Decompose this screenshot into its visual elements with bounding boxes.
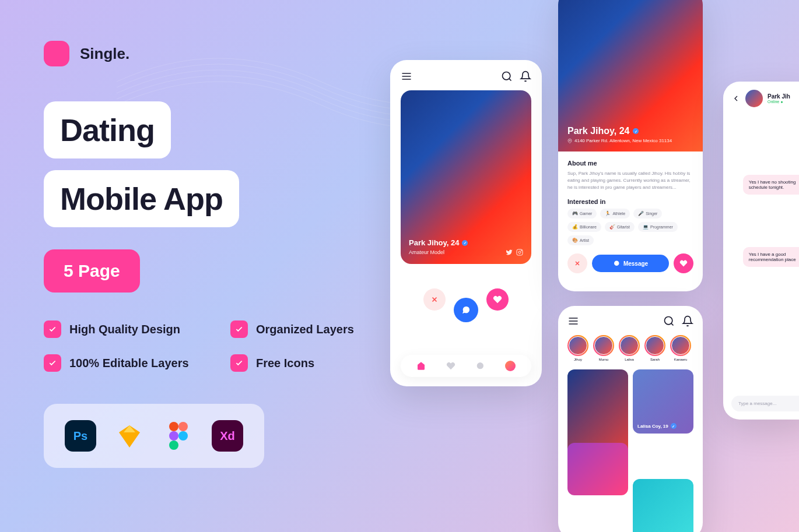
tag-athlete[interactable]: 🏃Athlete [600,209,630,219]
chat-bubble-outgoing: Yes I have no shooting schedule tonight. [743,175,799,195]
app-header [401,71,531,82]
nav-profile-icon[interactable] [505,361,516,371]
svg-point-10 [503,72,510,80]
chat-user-name: Park Jih [768,93,790,100]
svg-line-24 [671,323,674,326]
mockup-swipe-screen: Park Jihoy, 24✓ Amateur Model [390,60,542,386]
svg-point-17 [569,140,570,141]
like-button[interactable] [486,288,509,311]
nav-heart-icon[interactable] [446,361,455,371]
tag-artist[interactable]: 🎨Artist [567,235,594,245]
menu-icon[interactable] [567,315,579,327]
profile-name: Park Jihoy, 24✓ [409,238,523,247]
mockup-chat-screen: Park Jih Online ● Yes I have no shooting… [723,82,799,420]
chat-input[interactable]: Type a message... [731,396,799,411]
check-icon [230,320,248,338]
verified-icon: ✓ [462,240,468,246]
message-icon [613,260,620,267]
check-icon [230,354,248,372]
back-icon[interactable] [731,94,741,103]
menu-icon[interactable] [401,71,412,82]
svg-point-4 [169,431,178,441]
story-item[interactable]: Momo [593,335,614,361]
about-heading: About me [567,160,693,167]
nav-home-icon[interactable] [416,361,426,371]
tag-billionare[interactable]: 💰Billionare [567,222,601,232]
feature-item: 100% Editable Layers [44,354,195,372]
interests-heading: Interested in [567,198,693,205]
story-item[interactable]: Sarah [644,335,665,361]
feature-item: Organized Layers [230,320,382,338]
feature-list: High Quality Design Organized Layers 100… [44,320,370,372]
svg-point-2 [169,422,178,431]
verified-icon: ✓ [671,423,677,429]
twitter-icon[interactable] [506,249,513,256]
swipe-actions [401,277,531,322]
nav-chat-icon[interactable] [475,361,485,371]
mockup-profile-screen: Park Jihoy, 24✓ 4140 Parker Rd. Allentow… [558,0,703,291]
grid-card[interactable] [567,443,628,495]
adobe-xd-icon: Xd [212,420,243,452]
discover-grid: Park Jihoy, 24✓ Lalisa Coy, 19✓ [567,369,693,532]
profile-name: Park Jihoy, 24✓ [567,126,672,136]
verified-icon: ✓ [633,128,639,134]
story-item[interactable]: Kanaeru [670,335,691,361]
check-icon [44,354,61,372]
about-text: Sup, Park Jihoy's name is usually called… [567,170,693,191]
feature-item: Free Icons [230,354,382,372]
location-icon [567,139,572,143]
chat-header: Park Jih Online ● [731,90,799,107]
story-item[interactable]: Jihoy [567,335,588,361]
svg-line-11 [509,79,511,81]
like-button[interactable] [674,253,693,273]
bottom-nav [401,355,531,377]
app-header [567,315,693,327]
chat-button[interactable] [454,298,478,322]
profile-hero-image: Park Jihoy, 24✓ 4140 Parker Rd. Allentow… [558,0,703,152]
profile-card[interactable]: Park Jihoy, 24✓ Amateur Model [401,90,531,264]
sketch-icon [114,420,145,452]
chat-user-status: Online ● [768,100,790,104]
brand-logo-icon [44,41,69,66]
chat-bubble-outgoing: Yes I have a good recommendation place [743,247,799,267]
instagram-icon[interactable] [516,249,523,256]
message-button[interactable]: Message [592,255,669,272]
brand-name: Single. [80,45,129,63]
svg-point-13 [518,251,521,253]
svg-point-23 [665,317,672,325]
reject-button[interactable] [423,288,446,311]
tag-programmer[interactable]: 💻Programmer [638,222,678,232]
brand: Single. [44,41,370,66]
figma-icon [163,420,194,452]
title-line-1: Dating [44,101,171,158]
search-icon[interactable] [501,71,513,82]
marketing-panel: Single. Dating Mobile App 5 Page High Qu… [44,41,370,468]
bell-icon[interactable] [520,71,531,82]
check-icon [44,320,61,338]
svg-point-6 [169,441,178,450]
story-list: Jihoy Momo Lalisa Sarah Kanaeru Kot [567,335,693,361]
tag-singer[interactable]: 🎤Singer [633,209,662,219]
mockup-discover-screen: Jihoy Momo Lalisa Sarah Kanaeru Kot Park… [558,306,703,532]
page-count-badge: 5 Page [44,249,140,293]
photoshop-icon: Ps [65,420,96,452]
profile-location: 4140 Parker Rd. Allentown, New Mexico 31… [567,138,672,143]
svg-point-5 [178,431,188,441]
interest-tags: 🎮Gamer 🏃Athlete 🎤Singer 💰Billionare 🎸Git… [567,209,693,245]
feature-item: High Quality Design [44,320,195,338]
title-line-2: Mobile App [44,170,239,227]
search-icon[interactable] [663,315,675,327]
reject-button[interactable] [567,253,587,273]
grid-card[interactable] [633,479,693,532]
svg-point-3 [178,422,188,431]
bell-icon[interactable] [682,315,693,327]
avatar[interactable] [745,90,763,107]
story-item[interactable]: Lalisa [619,335,640,361]
supported-tools: Ps Xd [44,404,264,468]
tag-gitarist[interactable]: 🎸Gitarist [605,222,635,232]
grid-card[interactable]: Lalisa Coy, 19✓ [633,369,693,434]
profile-subtitle: Amateur Model [409,249,444,255]
tag-gamer[interactable]: 🎮Gamer [567,209,597,219]
svg-point-14 [521,251,522,251]
